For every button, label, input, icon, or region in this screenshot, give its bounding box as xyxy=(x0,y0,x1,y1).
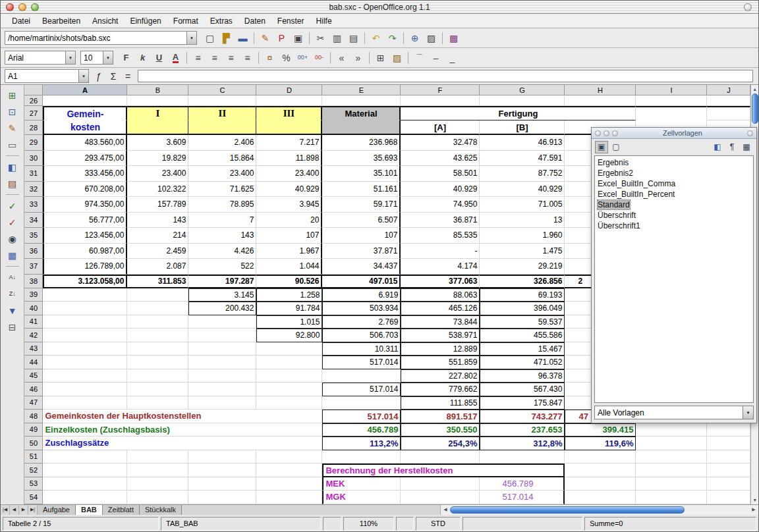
close-button[interactable] xyxy=(6,3,14,11)
cut-icon[interactable]: ✂ xyxy=(312,30,329,46)
cell-I26[interactable] xyxy=(636,95,707,106)
cell-B39[interactable] xyxy=(127,288,188,302)
row-header-36[interactable]: 36 xyxy=(24,244,43,259)
cell-J27[interactable] xyxy=(707,106,750,120)
style-item-ergebnis2[interactable]: Ergebnis2 xyxy=(595,168,753,178)
cell-G36[interactable]: 1.475 xyxy=(480,244,565,259)
cell-G49[interactable]: 237.653 xyxy=(480,423,565,437)
row-header-45[interactable]: 45 xyxy=(24,369,43,383)
font-name-value[interactable]: Arial xyxy=(5,53,65,63)
menu-einfgen[interactable]: Einfügen xyxy=(124,14,167,28)
cell-D30[interactable]: 11.898 xyxy=(256,151,322,167)
delete-decimal-icon[interactable]: 00- xyxy=(311,50,327,66)
cell-J49[interactable] xyxy=(707,423,750,437)
row-header-50[interactable]: 50 xyxy=(24,437,43,450)
row-header-47[interactable]: 47 xyxy=(24,396,43,410)
filter-arrow-icon[interactable]: ▼ xyxy=(743,406,753,419)
cell-G32[interactable]: 40.929 xyxy=(480,182,565,198)
cell-A38[interactable]: 3.123.058,00 xyxy=(43,275,127,288)
cell-D43[interactable] xyxy=(256,342,322,356)
font-combo-arrow-icon[interactable]: ▼ xyxy=(65,51,75,64)
row-header-51[interactable]: 51 xyxy=(24,450,43,464)
cell-B33[interactable]: 157.789 xyxy=(127,197,188,213)
autofilter-icon[interactable]: ▼ xyxy=(4,303,21,318)
cell-J26[interactable] xyxy=(707,95,750,106)
cell-B43[interactable] xyxy=(127,342,188,356)
cell-J54[interactable] xyxy=(707,491,750,504)
cell-F32[interactable]: 40.929 xyxy=(401,182,480,198)
add-decimal-icon[interactable]: 00+ xyxy=(295,50,311,66)
cell-C26[interactable] xyxy=(188,95,256,106)
cell-A52[interactable] xyxy=(43,464,127,477)
insert-cells-icon[interactable]: ⊡ xyxy=(4,104,21,119)
menu-fenster[interactable]: Fenster xyxy=(271,14,310,28)
row-header-54[interactable]: 54 xyxy=(24,491,43,504)
stylist-icon[interactable]: ▨ xyxy=(423,30,439,46)
sum-display[interactable]: Summe=0 xyxy=(584,517,756,531)
draw-functions-icon[interactable]: ✎ xyxy=(4,120,21,136)
size-combo-arrow-icon[interactable]: ▼ xyxy=(103,51,113,64)
cell-G31[interactable]: 87.752 xyxy=(480,166,565,182)
cell-A46[interactable] xyxy=(43,383,127,396)
row-header-46[interactable]: 46 xyxy=(24,383,43,396)
copy-icon[interactable]: ▥ xyxy=(329,30,345,46)
cell-D38[interactable]: 90.526 xyxy=(256,275,322,288)
cell-A49[interactable]: Einzelkosten (Zuschlagsbasis) xyxy=(43,423,322,437)
cell-E31[interactable]: 35.101 xyxy=(322,166,401,182)
cell-E42[interactable]: 506.703 xyxy=(322,329,401,342)
row-header-48[interactable]: 48 xyxy=(24,410,43,423)
cell-E38[interactable]: 497.015 xyxy=(322,275,401,288)
style-item-excelbuiltincomma[interactable]: Excel_BuiltIn_Comma xyxy=(595,178,753,189)
cell-A32[interactable]: 670.208,00 xyxy=(43,182,127,198)
insert-icon[interactable]: ⊞ xyxy=(4,88,21,103)
cell-A47[interactable] xyxy=(43,396,127,410)
align-left-icon[interactable]: ≡ xyxy=(190,50,206,66)
cell-G29[interactable]: 46.913 xyxy=(480,135,565,151)
cell-I52[interactable] xyxy=(636,464,707,477)
cell-C28[interactable] xyxy=(188,120,256,135)
decrease-indent-icon[interactable]: « xyxy=(333,50,350,66)
cell-F39[interactable]: 88.063 xyxy=(401,288,480,302)
cell-J51[interactable] xyxy=(707,450,750,464)
cell-G43[interactable]: 15.467 xyxy=(480,342,565,356)
cell-I49[interactable] xyxy=(636,423,707,437)
column-header-H[interactable]: H xyxy=(565,85,636,95)
italic-icon[interactable]: k xyxy=(134,50,151,66)
sheet-tab-zeitblatt[interactable]: Zeitblatt xyxy=(103,505,140,515)
cell-E47[interactable] xyxy=(322,396,401,410)
row-header-28[interactable]: 28 xyxy=(24,120,43,135)
sheet-name[interactable]: TAB_BAB xyxy=(161,517,321,531)
edit-file-icon[interactable]: ✎ xyxy=(257,30,273,46)
cell-F28[interactable]: [A] xyxy=(401,120,480,135)
horizontal-scrollbar[interactable]: ◀ ▶ xyxy=(441,505,758,515)
row-header-38[interactable]: 38 xyxy=(24,275,43,288)
cell-E45[interactable] xyxy=(322,369,401,383)
stylist-titlebar[interactable]: Zellvorlagen xyxy=(592,128,756,139)
cell-D28[interactable] xyxy=(256,120,322,135)
window-titlebar[interactable]: bab.sxc - OpenOffice.org 1.1 xyxy=(1,1,758,14)
status-spacer-1[interactable] xyxy=(323,517,341,531)
cell-B32[interactable]: 102.322 xyxy=(127,182,188,198)
style-item-ergebnis[interactable]: Ergebnis xyxy=(595,157,753,168)
row-header-52[interactable]: 52 xyxy=(24,464,43,477)
cell-E40[interactable]: 503.934 xyxy=(322,302,401,315)
cell-D31[interactable]: 23.400 xyxy=(256,166,322,182)
cell-E39[interactable]: 6.919 xyxy=(322,288,401,302)
print-icon[interactable]: ▣ xyxy=(290,30,306,46)
cell-C32[interactable]: 71.625 xyxy=(188,182,256,198)
cell-B41[interactable] xyxy=(127,315,188,329)
percent-icon[interactable]: % xyxy=(278,50,295,66)
cell-G39[interactable]: 69.193 xyxy=(480,288,565,302)
column-header-B[interactable]: B xyxy=(127,85,188,95)
cell-G42[interactable]: 455.586 xyxy=(480,329,565,342)
cell-C51[interactable] xyxy=(188,450,256,464)
cell-A53[interactable] xyxy=(43,477,127,491)
open-icon[interactable]: ▛ xyxy=(218,30,235,46)
new-style-from-selection-icon[interactable]: ¶ xyxy=(725,141,739,153)
cell-C31[interactable]: 23.400 xyxy=(188,166,256,182)
column-header-D[interactable]: D xyxy=(256,85,322,95)
cell-B40[interactable] xyxy=(127,302,188,315)
cell-B44[interactable] xyxy=(127,356,188,369)
form-controls-icon[interactable]: ▭ xyxy=(4,137,21,152)
cell-F51[interactable] xyxy=(401,450,480,464)
